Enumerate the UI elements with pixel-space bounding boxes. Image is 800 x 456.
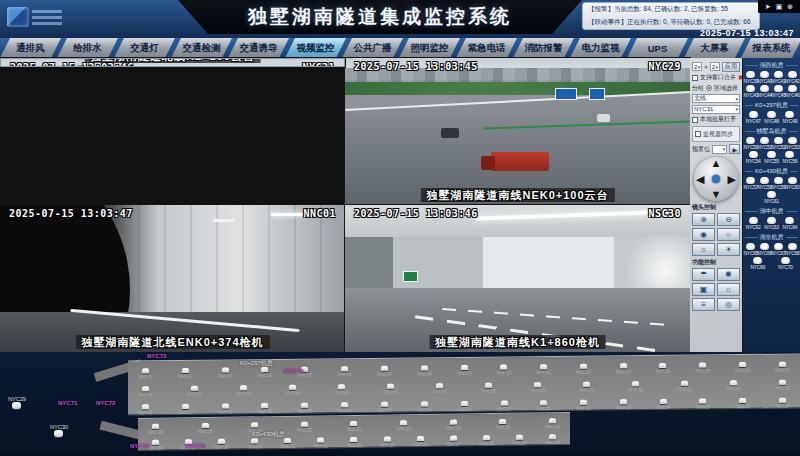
schematic-camera-NNC06[interactable]: NNC06: [337, 366, 352, 377]
camera-item-NYC39[interactable]: NYC39: [744, 71, 757, 84]
schematic-camera-NNC18[interactable]: NNC18: [148, 424, 163, 435]
local-batch-checkbox[interactable]: [692, 117, 698, 123]
pan-left-icon[interactable]: ◀: [696, 174, 704, 185]
camera-item-NYC42[interactable]: NYC42: [786, 71, 799, 84]
schematic-camera-NYC09[interactable]: NYC09: [530, 382, 545, 393]
tab-照明监控[interactable]: 照明监控: [399, 38, 460, 58]
preset-icon[interactable]: ▣: [692, 283, 715, 296]
layout-rows-select[interactable]: 2▾: [710, 62, 720, 71]
tab-消防报警[interactable]: 消防报警: [513, 38, 574, 58]
schematic-camera-NYC06[interactable]: NYC06: [383, 384, 398, 395]
schematic-camera-NNC07[interactable]: NNC07: [377, 366, 392, 377]
tab-视频监控[interactable]: 视频监控: [285, 38, 346, 58]
schematic-camera-NYC11[interactable]: NYC11: [628, 381, 642, 392]
ptz-camera-label-NYC74[interactable]: NYC74: [284, 368, 303, 374]
preset-select[interactable]: ▾: [712, 145, 727, 154]
camera-item-NYC52[interactable]: NYC52: [772, 137, 785, 150]
ptz-camera-label-NYC73[interactable]: NYC73: [147, 353, 166, 359]
camera-item-NYC55[interactable]: NYC55: [765, 151, 778, 164]
ptz-camera-label-NYC76[interactable]: NYC76: [130, 443, 149, 449]
schematic-camera-NSC08[interactable]: NSC08: [417, 401, 432, 412]
iris-open-icon[interactable]: ☼: [692, 243, 715, 256]
camera-item-NYC70[interactable]: NYC70: [779, 257, 792, 270]
zoom-in-icon[interactable]: ⊕: [692, 213, 715, 226]
video-feed-nnc01[interactable]: 2025-07-15 13:03:47 NNC01 独墅湖南隧道北线ENK0+3…: [0, 205, 345, 352]
monitor-sync-checkbox[interactable]: [695, 131, 701, 137]
schematic-camera-NYC04[interactable]: NYC04: [285, 385, 300, 396]
pan-right-icon[interactable]: ▶: [728, 174, 736, 185]
tab-交通灯[interactable]: 交通灯: [114, 38, 175, 58]
schematic-camera-NNC26[interactable]: NNC26: [545, 418, 560, 429]
schematic-camera-NYC02[interactable]: NYC02: [187, 386, 202, 397]
schematic-camera-NSC10[interactable]: NSC10: [497, 401, 512, 412]
schematic-camera-NYC29[interactable]: NYC29: [8, 396, 26, 409]
close-icon[interactable]: ⊗: [787, 3, 793, 10]
camera-item-NYC57[interactable]: NYC57: [744, 177, 757, 190]
camera-item-NYC59[interactable]: NYC59: [772, 177, 785, 190]
camera-item-NYC44[interactable]: NYC44: [758, 85, 771, 98]
wiper-icon[interactable]: ☂: [692, 268, 715, 281]
line-select[interactable]: 北线▾: [692, 94, 740, 103]
schematic-camera-NNC23[interactable]: NNC23: [396, 420, 411, 431]
schematic-camera-NSC03[interactable]: NSC03: [218, 403, 233, 414]
ptz-camera-label-NYC71[interactable]: NYC71: [58, 400, 77, 406]
schematic-camera-NNC13[interactable]: NNC13: [616, 363, 631, 374]
video-feed-nyc29[interactable]: 2025-07-15 13:03:45 NYC29 独墅湖南隧道南线NEK0+1…: [345, 58, 690, 205]
schematic-camera-NSC12[interactable]: NSC12: [576, 400, 591, 411]
schematic-camera-NSC20[interactable]: NSC20: [214, 439, 229, 450]
display-icon[interactable]: ▣: [776, 3, 783, 10]
camera-item-NYC40[interactable]: NYC40: [758, 71, 771, 84]
schematic-camera-NNC08[interactable]: NNC08: [417, 365, 432, 376]
tab-公共广播[interactable]: 公共广播: [342, 38, 403, 58]
camera-item-NYC68[interactable]: NYC68: [786, 243, 799, 256]
camera-item-NYC53[interactable]: NYC53: [786, 137, 799, 150]
ptz-joystick[interactable]: ▲ ▼ ◀ ▶: [694, 157, 738, 201]
merge-windows-checkbox[interactable]: [692, 75, 698, 81]
schematic-camera-NSC04[interactable]: NSC04: [258, 403, 273, 414]
tab-电力监视[interactable]: 电力监视: [570, 38, 631, 58]
camera-item-NYC62[interactable]: NYC62: [747, 217, 760, 230]
schematic-camera-NYC13[interactable]: NYC13: [726, 380, 741, 391]
layout-cols-select[interactable]: 2▾: [692, 62, 702, 71]
schematic-camera-NSC29[interactable]: NSC29: [512, 435, 527, 446]
camera-item-NYC60[interactable]: NYC60: [786, 177, 799, 190]
tab-大屏幕[interactable]: 大屏幕: [684, 38, 745, 58]
schematic-camera-NSC02[interactable]: NSC02: [178, 404, 193, 415]
schematic-camera-NSC23[interactable]: NSC23: [314, 437, 329, 448]
schematic-camera-NSC24[interactable]: NSC24: [347, 437, 362, 448]
schematic-camera-NSC30[interactable]: NSC30: [545, 434, 560, 445]
schematic-camera-NNC21[interactable]: NNC21: [297, 422, 312, 433]
schematic-camera-NYC08[interactable]: NYC08: [481, 383, 496, 394]
schematic-camera-NNC04[interactable]: NNC04: [257, 367, 272, 378]
schematic-camera-NNC14[interactable]: NNC14: [655, 363, 670, 374]
schematic-camera-NNC19[interactable]: NNC19: [198, 423, 213, 434]
camera-item-NYC61[interactable]: NYC61: [765, 191, 778, 204]
schematic-camera-NNC09[interactable]: NNC09: [457, 365, 472, 376]
schematic-camera-NNC03[interactable]: NNC03: [218, 367, 233, 378]
schematic-camera-NSC07[interactable]: NSC07: [377, 402, 392, 413]
tab-紧急电话[interactable]: 紧急电话: [456, 38, 517, 58]
camera-item-NYC43[interactable]: NYC43: [744, 85, 757, 98]
iris-close-icon[interactable]: ☀: [717, 243, 740, 256]
schematic-camera-NSC14[interactable]: NSC14: [656, 399, 671, 410]
schematic-camera-NSC17[interactable]: NSC17: [775, 398, 790, 409]
cursor-icon[interactable]: ➤: [765, 3, 771, 10]
schematic-camera-NYC03[interactable]: NYC03: [236, 385, 251, 396]
camera-item-NYC69[interactable]: NYC69: [751, 257, 764, 270]
camera-item-NYC67[interactable]: NYC67: [772, 243, 785, 256]
schematic-camera-NSC13[interactable]: NSC13: [616, 399, 631, 410]
pan-up-icon[interactable]: ▲: [711, 158, 722, 169]
schematic-camera-NNC11[interactable]: NNC11: [536, 364, 551, 375]
focus-near-icon[interactable]: ◉: [692, 228, 715, 241]
schematic-camera-NNC15[interactable]: NNC15: [695, 362, 710, 373]
schematic-camera-NNC12[interactable]: NNC12: [576, 364, 591, 375]
schematic-camera-NNC24[interactable]: NNC24: [446, 420, 461, 431]
schematic-camera-NYC05[interactable]: NYC05: [334, 384, 349, 395]
schematic-camera-NSC26[interactable]: NSC26: [413, 436, 428, 447]
schematic-camera-NSC01[interactable]: NSC01: [138, 404, 153, 415]
snapshot-icon[interactable]: ◎: [717, 298, 740, 311]
schematic-camera-NYC07[interactable]: NYC07: [432, 383, 447, 394]
schematic-camera-NNC25[interactable]: NNC25: [495, 419, 510, 430]
apply-layout-button[interactable]: 应用: [722, 62, 740, 72]
camera-item-NYC51[interactable]: NYC51: [758, 137, 771, 150]
